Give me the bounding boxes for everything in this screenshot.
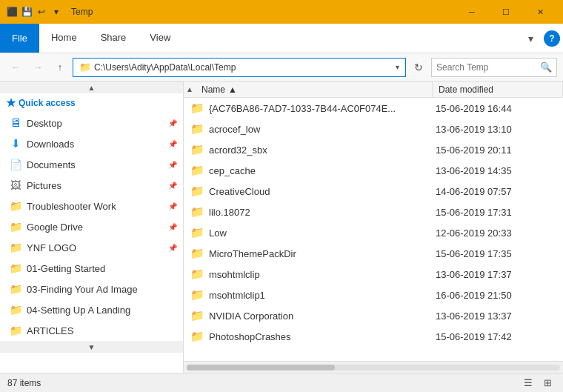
sidebar-item-label: Documents xyxy=(27,159,164,170)
ribbon-right: ▾ ? xyxy=(520,24,563,53)
content-header: ▲ Name ▲ Date modified xyxy=(184,82,563,98)
sidebar-item-icon: 📁 xyxy=(9,200,22,212)
file-icon: 📁 xyxy=(190,143,204,156)
large-icons-view-button[interactable]: ⊞ xyxy=(539,375,556,391)
quick-access-header[interactable]: ★ Quick access xyxy=(0,93,183,113)
save-icon[interactable]: 💾 xyxy=(21,6,33,18)
file-date: 15-06-2019 17:31 xyxy=(436,207,563,218)
column-name-header[interactable]: Name ▲ xyxy=(196,82,433,97)
sidebar-item[interactable]: 📁 03-Finding Your Ad Image xyxy=(0,279,183,299)
ribbon-tabs: Home Share View xyxy=(39,24,182,53)
addressbar: ← → ↑ 📁 C:\Users\Adity\AppData\Local\Tem… xyxy=(0,53,563,82)
titlebar: ⬛ 💾 ↩ ▾ Temp ─ ☐ ✕ xyxy=(0,0,563,24)
search-input[interactable] xyxy=(436,62,537,73)
table-row[interactable]: 📁 CreativeCloud 14-06-2019 07:57 xyxy=(184,181,563,202)
sidebar-item[interactable]: 📄 Documents 📌 xyxy=(0,154,183,175)
minimize-button[interactable]: ─ xyxy=(455,0,489,24)
tab-view[interactable]: View xyxy=(138,24,182,53)
table-row[interactable]: 📁 {AC76BA86-7AD7-1033-7B44-AC0F074E... 1… xyxy=(184,98,563,119)
tab-home[interactable]: Home xyxy=(39,24,89,53)
sidebar-item-label: 01-Getting Started xyxy=(27,263,177,274)
table-row[interactable]: 📁 acrocef_low 13-06-2019 13:10 xyxy=(184,119,563,139)
scroll-thumb[interactable] xyxy=(187,365,335,371)
table-row[interactable]: 📁 acrord32_sbx 15-06-2019 20:11 xyxy=(184,139,563,160)
file-name: msohtmlclip xyxy=(209,269,431,280)
file-date: 13-06-2019 17:37 xyxy=(436,269,563,280)
forward-button[interactable]: → xyxy=(28,58,47,77)
file-icon: 📁 xyxy=(190,226,204,239)
undo-icon[interactable]: ↩ xyxy=(36,6,47,18)
titlebar-icons: ⬛ 💾 ↩ ▾ xyxy=(6,6,62,18)
sidebar-item[interactable]: 📁 01-Getting Started xyxy=(0,258,183,279)
sidebar-item[interactable]: ⬇ Downloads 📌 xyxy=(0,133,183,154)
sidebar-item-label: YNF LOGO xyxy=(27,242,164,253)
address-box[interactable]: 📁 C:\Users\Adity\AppData\Local\Temp ▾ xyxy=(73,58,406,77)
pin-icon: 📌 xyxy=(168,182,177,190)
file-icon: 📁 xyxy=(190,309,204,322)
ribbon-collapse-button[interactable]: ▾ xyxy=(520,28,541,49)
sidebar-scroll-up[interactable]: ▲ xyxy=(0,82,183,93)
sidebar-item-icon: 🖼 xyxy=(9,179,22,191)
item-count: 87 items xyxy=(7,378,41,388)
file-icon: 📁 xyxy=(190,164,204,177)
search-box[interactable]: 🔍 xyxy=(431,58,557,77)
help-button[interactable]: ? xyxy=(544,30,560,47)
table-row[interactable]: 📁 Low 12-06-2019 20:33 xyxy=(184,222,563,243)
file-list: 📁 {AC76BA86-7AD7-1033-7B44-AC0F074E... 1… xyxy=(184,98,563,361)
column-date-header[interactable]: Date modified xyxy=(433,82,563,97)
close-button[interactable]: ✕ xyxy=(523,0,557,24)
dropdown-icon[interactable]: ▾ xyxy=(50,6,62,18)
sidebar-item-icon: 📁 xyxy=(9,283,22,295)
window-title: Temp xyxy=(71,7,450,17)
pin-icon: 📌 xyxy=(168,140,177,148)
file-date: 14-06-2019 07:57 xyxy=(436,186,563,197)
sidebar-item-icon: 📁 xyxy=(9,242,22,253)
sidebar-item[interactable]: 🖼 Pictures 📌 xyxy=(0,175,183,196)
sidebar-item-label: ARTICLES xyxy=(27,325,177,336)
sidebar-item-label: 03-Finding Your Ad Image xyxy=(27,284,177,295)
sidebar-item[interactable]: 📁 04-Setting Up A Landing xyxy=(0,299,183,320)
table-row[interactable]: 📁 NVIDIA Corporation 13-06-2019 13:37 xyxy=(184,305,563,326)
table-row[interactable]: 📁 cep_cache 13-06-2019 14:35 xyxy=(184,160,563,181)
tab-share[interactable]: Share xyxy=(89,24,139,53)
file-date: 15-06-2019 20:11 xyxy=(436,144,563,156)
sidebar-item[interactable]: 📁 Google Drive 📌 xyxy=(0,216,183,237)
address-text: C:\Users\Adity\AppData\Local\Temp xyxy=(94,62,393,73)
maximize-button[interactable]: ☐ xyxy=(489,0,523,24)
file-name: cep_cache xyxy=(209,165,431,176)
address-folder-icon: 📁 xyxy=(79,62,91,73)
star-icon: ★ xyxy=(6,96,16,110)
file-date: 15-06-2019 17:35 xyxy=(436,248,563,259)
file-menu-button[interactable]: File xyxy=(0,24,39,53)
up-button[interactable]: ↑ xyxy=(50,58,70,77)
sidebar-item[interactable]: 📁 YNF LOGO 📌 xyxy=(0,237,183,258)
address-dropdown-icon[interactable]: ▾ xyxy=(396,63,399,71)
sidebar-scroll-down[interactable]: ▼ xyxy=(0,341,183,353)
sidebar-item[interactable]: 📁 ARTICLES xyxy=(0,320,183,341)
file-date: 12-06-2019 20:33 xyxy=(436,227,563,239)
file-name: msohtmlclip1 xyxy=(209,290,431,301)
content-scroll-up: ▲ xyxy=(184,82,196,98)
table-row[interactable]: 📁 lilo.18072 15-06-2019 17:31 xyxy=(184,202,563,222)
horizontal-scrollbar[interactable] xyxy=(184,361,563,373)
sidebar-items: 🖥 Desktop 📌 ⬇ Downloads 📌 📄 Documents 📌 … xyxy=(0,113,183,341)
file-date: 13-06-2019 14:35 xyxy=(436,165,563,176)
sidebar-item-label: Troubleshooter Work xyxy=(27,201,164,212)
back-button[interactable]: ← xyxy=(6,58,25,77)
table-row[interactable]: 📁 msohtmlclip 13-06-2019 17:37 xyxy=(184,264,563,285)
pin-icon: 📌 xyxy=(168,119,177,127)
table-row[interactable]: 📁 PhotoshopCrashes 15-06-2019 17:42 xyxy=(184,326,563,347)
file-icon: 📁 xyxy=(190,268,204,281)
file-date: 15-06-2019 16:44 xyxy=(436,103,563,114)
sidebar-item[interactable]: 🖥 Desktop 📌 xyxy=(0,113,183,133)
table-row[interactable]: 📁 MicroThemePackDir 15-06-2019 17:35 xyxy=(184,243,563,264)
details-view-button[interactable]: ☰ xyxy=(520,375,536,391)
sidebar-item-icon: 📄 xyxy=(9,159,22,170)
refresh-button[interactable]: ↻ xyxy=(409,58,428,77)
sidebar-item[interactable]: 📁 Troubleshooter Work 📌 xyxy=(0,196,183,216)
sidebar-item-icon: 📁 xyxy=(9,262,22,274)
file-name: Low xyxy=(209,227,431,239)
statusbar: 87 items ☰ ⊞ xyxy=(0,373,563,392)
table-row[interactable]: 📁 msohtmlclip1 16-06-2019 21:50 xyxy=(184,285,563,305)
file-name: lilo.18072 xyxy=(209,207,431,218)
